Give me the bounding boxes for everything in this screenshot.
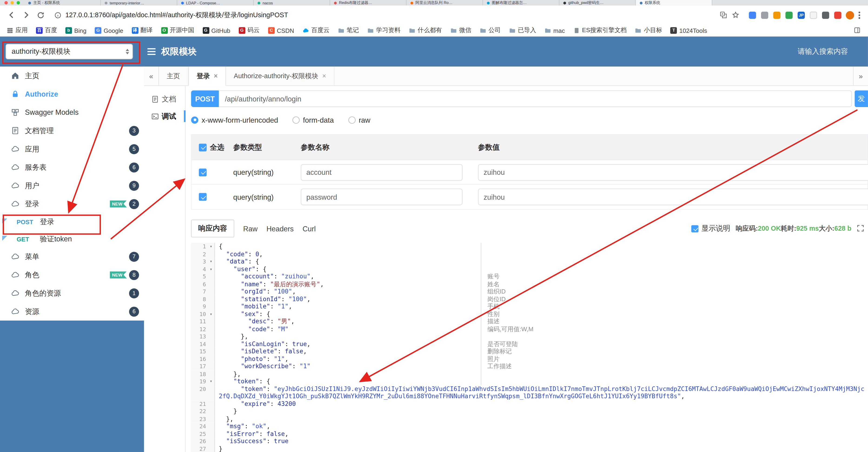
back-button[interactable] (6, 9, 18, 21)
sidebar-item-app[interactable]: 应用5 (0, 140, 144, 158)
tab-doc[interactable]: 文档 (144, 90, 185, 108)
browser-tab-5[interactable]: Redis布隆过滤器… (330, 0, 407, 6)
menu-icon[interactable] (147, 48, 156, 55)
bookmark-item-16[interactable]: 已导入 (509, 26, 536, 34)
radio-form-data[interactable]: form-data (292, 116, 334, 124)
close-icon[interactable]: × (322, 72, 326, 80)
bookmark-item-7[interactable]: GGitHub (203, 27, 230, 34)
bookmark-item-8[interactable]: G码云 (239, 26, 260, 34)
param-value-input[interactable] (478, 189, 868, 205)
profile-avatar[interactable] (846, 11, 854, 19)
extension-icon-2[interactable] (761, 11, 768, 19)
window-minimize-icon[interactable] (10, 1, 14, 4)
param-name-input[interactable] (301, 164, 463, 180)
select-all-checkbox[interactable] (199, 143, 207, 151)
browser-tab-6[interactable]: 阿里云消息队列 Ro… (407, 0, 483, 6)
bookmark-item-15[interactable]: 公司 (479, 26, 501, 34)
extension-icon-4[interactable] (785, 11, 793, 19)
bookmark-item-11[interactable]: 笔记 (338, 26, 359, 34)
sidebar-item-role-resource[interactable]: 角色的资源1 (0, 284, 144, 302)
sidebar-item-authorize[interactable]: Authorize (0, 85, 144, 103)
radio-x-www-form-urlencoded[interactable]: x-www-form-urlencoded (191, 116, 278, 124)
extension-icon-5[interactable]: JP (798, 11, 805, 19)
bookmark-item-13[interactable]: 什么都有 (409, 26, 442, 34)
browser-tab-3[interactable]: LDAP - Compose… (177, 0, 254, 6)
tabs-expand-button[interactable]: » (853, 66, 868, 85)
sidebar-item-role[interactable]: 角色NEW8 (0, 265, 144, 284)
tab-debug[interactable]: 调试 (144, 108, 185, 125)
tab-headers[interactable]: Headers (267, 224, 293, 233)
tab-home[interactable]: 主页 (159, 66, 188, 85)
sidebar-item-login[interactable]: 登录NEW2 (0, 195, 144, 213)
bookmark-item-18[interactable]: ES搜索引擎文档 (573, 26, 627, 34)
tab-curl[interactable]: Curl (303, 224, 316, 233)
translate-icon[interactable] (719, 10, 728, 19)
fullscreen-icon[interactable] (857, 225, 865, 232)
browser-tab-2[interactable]: temporary-interior… (101, 0, 177, 6)
bookmark-item-2[interactable]: 百百度 (36, 26, 57, 34)
param-value-input[interactable] (478, 164, 868, 180)
extension-icon-6[interactable] (810, 11, 817, 19)
fold-caret[interactable]: ▾ (208, 265, 215, 273)
bookmark-star-icon[interactable] (731, 10, 740, 19)
browser-tab-8[interactable]: github_pwd密码生… (560, 0, 636, 6)
extension-icon-1[interactable] (749, 11, 756, 19)
fold-caret[interactable]: ▾ (208, 310, 215, 318)
browser-tab-4[interactable]: nacos (254, 0, 330, 6)
window-controls[interactable] (0, 1, 24, 4)
browser-menu-icon[interactable] (857, 11, 862, 19)
bookmark-item-17[interactable]: mac (545, 27, 565, 34)
window-zoom-icon[interactable] (17, 1, 20, 4)
bookmark-item-4[interactable]: GGoogle (95, 27, 123, 34)
reload-button[interactable] (34, 9, 46, 21)
param-name-input[interactable] (301, 189, 463, 205)
bookmark-item-1[interactable]: 应用 (7, 26, 28, 34)
fold-caret[interactable]: ▾ (208, 243, 215, 250)
sidebar-item-user[interactable]: 用户9 (0, 176, 144, 195)
sidebar-item-resource[interactable]: 资源6 (0, 302, 144, 321)
bookmark-item-9[interactable]: CCSDN (268, 27, 294, 34)
sidebar-item-swagger-models[interactable]: Swagger Models (0, 103, 144, 121)
sidebar-item-service[interactable]: 服务表6 (0, 158, 144, 176)
close-icon[interactable]: × (214, 72, 218, 80)
sidebar-item-login-post[interactable]: POST登录 (0, 213, 144, 230)
tab-authorize-module[interactable]: Authorize-authority-权限模块 × (226, 66, 334, 85)
show-description-checkbox[interactable]: 显示说明 (691, 223, 730, 233)
bookmark-item-3[interactable]: bBing (65, 27, 87, 34)
browser-tab-1[interactable]: 主页 - 权限系统 (24, 0, 101, 6)
extension-icon-8[interactable] (834, 11, 841, 19)
sidebar-item-home[interactable]: 主页 (0, 66, 144, 85)
row-checkbox[interactable] (199, 168, 207, 176)
radio-raw[interactable]: raw (348, 116, 370, 124)
tab-raw[interactable]: Raw (243, 224, 257, 233)
browser-tab-7[interactable]: 图解布隆过滤器怎… (483, 0, 560, 6)
sidebar-item-menu[interactable]: 菜单7 (0, 247, 144, 266)
bookmark-item-5[interactable]: 译翻译 (131, 26, 153, 34)
bookmark-item-10[interactable]: 百度云 (303, 26, 330, 34)
extension-icon-7[interactable] (822, 11, 829, 19)
browser-tab-9[interactable]: 权限系统 (636, 0, 712, 6)
module-select[interactable]: authority-权限模块 (6, 44, 133, 59)
tabs-collapse-button[interactable]: « (144, 66, 159, 85)
fold-caret[interactable]: ▾ (208, 378, 215, 385)
bookmark-item-20[interactable]: T1024Tools (671, 27, 707, 34)
reading-list-icon[interactable] (852, 26, 861, 35)
bookmark-item-12[interactable]: 学习资料 (367, 26, 401, 34)
tab-login[interactable]: 登录 × (188, 66, 226, 86)
site-info-icon[interactable] (53, 10, 62, 19)
bookmark-item-19[interactable]: 小目标 (635, 26, 662, 34)
header-search-input[interactable]: 请输入搜索内容 (798, 47, 848, 57)
request-url-input[interactable] (219, 90, 852, 107)
tab-response-body[interactable]: 响应内容 (191, 220, 234, 237)
window-close-icon[interactable] (4, 1, 8, 4)
send-button[interactable]: 发 (855, 90, 868, 107)
extension-icon-3[interactable] (773, 11, 780, 19)
fold-caret[interactable]: ▾ (208, 258, 215, 265)
row-checkbox[interactable] (199, 193, 207, 201)
forward-button[interactable] (20, 9, 32, 21)
bookmark-item-6[interactable]: O开源中国 (161, 26, 194, 34)
bookmark-item-14[interactable]: 微信 (450, 26, 471, 34)
sidebar-item-verify-token-get[interactable]: GET验证token (0, 230, 144, 247)
sidebar-item-doc-manage[interactable]: 文档管理3 (0, 121, 144, 140)
url-bar[interactable]: 127.0.0.1:8760/api/gate/doc.html#/author… (49, 8, 745, 22)
